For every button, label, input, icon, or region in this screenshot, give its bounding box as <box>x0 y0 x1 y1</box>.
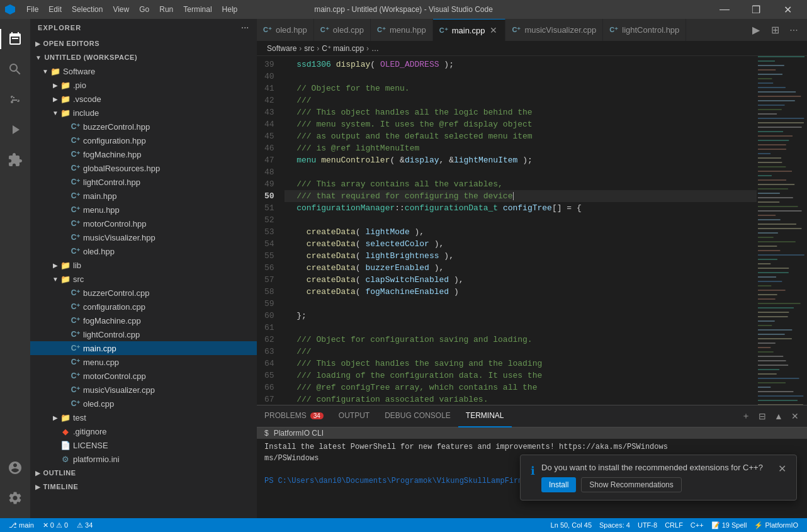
file-buzzercontrol-hpp[interactable]: C⁺ buzzerControl.hpp <box>30 120 257 133</box>
status-encoding[interactable]: UTF-8 <box>634 518 661 532</box>
menu-edit[interactable]: Edit <box>45 4 65 15</box>
status-branch[interactable]: ⎇ main <box>5 518 38 532</box>
spacer <box>60 177 71 187</box>
status-spelling[interactable]: 📝 19 Spell <box>708 518 751 532</box>
file-musicvisualizer-cpp[interactable]: C⁺ musicVisualizer.cpp <box>30 383 257 397</box>
status-language[interactable]: C++ <box>687 518 708 532</box>
file-buzzercontrol-cpp[interactable]: C⁺ buzzerControl.cpp <box>30 286 257 300</box>
outline-section[interactable]: ▶ OUTLINE <box>30 466 257 480</box>
tab-oled-cpp[interactable]: C⁺ oled.cpp <box>314 19 371 41</box>
file-fogmachine-cpp[interactable]: C⁺ fogMachine.cpp <box>30 314 257 327</box>
menu-file[interactable]: File <box>23 4 42 15</box>
file-oled-cpp[interactable]: C⁺ oled.cpp <box>30 397 257 410</box>
menu-terminal[interactable]: Terminal <box>179 4 215 15</box>
file-motorcontrol-hpp[interactable]: C⁺ motorControl.hpp <box>30 217 257 230</box>
file-label: menu.cpp <box>83 358 257 367</box>
maximize-panel-button[interactable]: ▲ <box>772 409 786 423</box>
file-main-hpp[interactable]: C⁺ main.hpp <box>30 189 257 203</box>
file-label: fogMachine.hpp <box>83 150 257 159</box>
file-gitignore[interactable]: ◆ .gitignore <box>30 424 257 438</box>
show-recommendations-button[interactable]: Show Recommendations <box>581 477 681 492</box>
activity-settings[interactable] <box>0 483 30 513</box>
status-spaces[interactable]: Spaces: 4 <box>595 518 634 532</box>
status-line-ending[interactable]: CRLF <box>661 518 687 532</box>
folder-lib[interactable]: ▶ 📁 lib <box>30 258 257 272</box>
folder-vscode[interactable]: ▶ 📁 .vscode <box>30 92 257 106</box>
menu-view[interactable]: View <box>109 4 133 15</box>
tab-menu-hpp[interactable]: C⁺ menu.hpp <box>371 19 433 41</box>
status-errors[interactable]: ✕ 0 ⚠ 0 <box>39 518 72 532</box>
tab-terminal[interactable]: TERMINAL <box>458 405 512 427</box>
tab-oled-hpp[interactable]: C⁺ oled.hpp <box>257 19 314 41</box>
file-license[interactable]: 📄 LICENSE <box>30 438 257 452</box>
folder-pio[interactable]: ▶ 📁 .pio <box>30 78 257 92</box>
code-editor[interactable]: ssd1306 display( OLED_ADDRESS ); // Obje… <box>282 56 757 405</box>
run-button[interactable]: ▶ <box>748 22 764 38</box>
tab-main-cpp[interactable]: C⁺ main.cpp ✕ <box>433 19 506 41</box>
file-lightcontrol-cpp[interactable]: C⁺ lightControl.cpp <box>30 327 257 341</box>
file-fogmachine-hpp[interactable]: C⁺ fogMachine.hpp <box>30 147 257 161</box>
breadcrumb-more[interactable]: … <box>371 44 379 53</box>
folder-software[interactable]: ▼ 📁 Software <box>30 64 257 78</box>
menu-go[interactable]: Go <box>135 4 153 15</box>
tab-musicvisualizer-cpp[interactable]: C⁺ musicVisualizer.cpp <box>505 19 603 41</box>
minimize-button[interactable]: — <box>710 0 739 19</box>
sidebar-content[interactable]: ▶ OPEN EDITORS ▼ UNTITLED (WORKSPACE) ▼ … <box>30 37 257 518</box>
timeline-section[interactable]: ▶ TIMELINE <box>30 480 257 494</box>
breadcrumb-maincpp[interactable]: C⁺ main.cpp <box>322 44 364 53</box>
tabs-bar: C⁺ oled.hpp C⁺ oled.cpp C⁺ menu.hpp C⁺ m… <box>257 19 807 41</box>
notification-close-button[interactable]: ✕ <box>778 463 786 475</box>
tab-output[interactable]: OUTPUT <box>331 405 377 427</box>
split-editor-button[interactable]: ⊞ <box>767 22 783 38</box>
menu-selection[interactable]: Selection <box>68 4 106 15</box>
problems-badge: 34 <box>310 412 324 419</box>
breadcrumb-software[interactable]: Software <box>267 44 296 53</box>
file-oled-hpp[interactable]: C⁺ oled.hpp <box>30 244 257 258</box>
file-globalresources-hpp[interactable]: C⁺ globalResources.hpp <box>30 161 257 175</box>
close-button[interactable]: ✕ <box>773 0 802 19</box>
file-main-cpp[interactable]: C⁺ main.cpp <box>30 341 257 355</box>
file-musicvisualizer-hpp[interactable]: C⁺ musicVisualizer.hpp <box>30 230 257 244</box>
open-editors-section[interactable]: ▶ OPEN EDITORS <box>30 37 257 50</box>
menu-run[interactable]: Run <box>155 4 177 15</box>
folder-src[interactable]: ▼ 📁 src <box>30 272 257 286</box>
sidebar-more-button[interactable]: ··· <box>242 24 249 31</box>
close-panel-button[interactable]: ✕ <box>788 409 802 423</box>
menu-help[interactable]: Help <box>218 4 242 15</box>
activity-accounts[interactable] <box>0 453 30 483</box>
file-lightcontrol-hpp[interactable]: C⁺ lightControl.hpp <box>30 175 257 189</box>
breadcrumb-src[interactable]: src <box>304 44 314 53</box>
add-terminal-button[interactable]: ＋ <box>739 409 753 423</box>
restore-button[interactable]: ❒ <box>742 0 770 19</box>
tab-debug-console[interactable]: DEBUG CONSOLE <box>377 405 458 427</box>
status-problems[interactable]: ⚠ 34 <box>73 518 96 532</box>
sidebar-title: EXPLORER <box>38 24 81 31</box>
tab-icon: C⁺ <box>609 26 618 34</box>
problems-label: PROBLEMS <box>264 411 307 420</box>
status-platformio[interactable]: ⚡ PlatformIO <box>750 518 802 532</box>
editor-main[interactable]: 39 40 41 42 43 44 45 46 47 48 49 50 51 5… <box>257 56 807 405</box>
file-configuration-hpp[interactable]: C⁺ configuration.hpp <box>30 133 257 147</box>
folder-include[interactable]: ▼ 📁 include <box>30 106 257 120</box>
install-button[interactable]: Install <box>541 477 576 492</box>
file-platformio[interactable]: ⚙ platformio.ini <box>30 452 257 466</box>
folder-test[interactable]: ▶ 📁 test <box>30 410 257 424</box>
more-actions-button[interactable]: ··· <box>786 22 802 38</box>
terminal-line: Install the latest PowerShell for new fe… <box>264 441 799 453</box>
file-menu-hpp[interactable]: C⁺ menu.hpp <box>30 203 257 217</box>
split-terminal-button[interactable]: ⊟ <box>755 409 769 423</box>
activity-run[interactable] <box>0 115 30 145</box>
workspace-section[interactable]: ▼ UNTITLED (WORKSPACE) <box>30 50 257 64</box>
activity-search[interactable] <box>0 54 30 84</box>
tab-close-button[interactable]: ✕ <box>488 25 499 35</box>
minimap[interactable] <box>757 56 807 405</box>
activity-source-control[interactable] <box>0 84 30 115</box>
tab-lightcontrol-hpp[interactable]: C⁺ lightControl.hpp <box>603 19 686 41</box>
file-motorcontrol-cpp[interactable]: C⁺ motorControl.cpp <box>30 369 257 383</box>
file-menu-cpp[interactable]: C⁺ menu.cpp <box>30 355 257 369</box>
tab-problems[interactable]: PROBLEMS 34 <box>257 405 331 427</box>
activity-explorer[interactable] <box>0 24 30 54</box>
activity-extensions[interactable] <box>0 145 30 175</box>
status-position[interactable]: Ln 50, Col 45 <box>547 518 595 532</box>
file-configuration-cpp[interactable]: C⁺ configuration.cpp <box>30 300 257 314</box>
